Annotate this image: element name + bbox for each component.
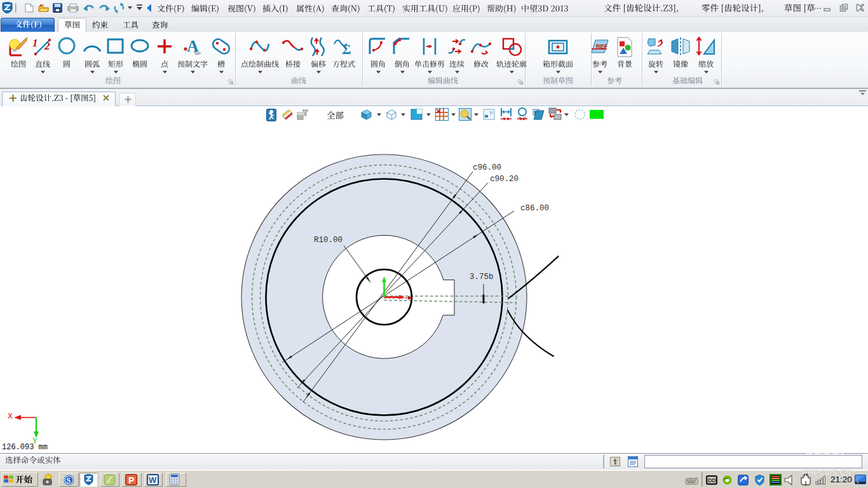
svg-text:DD: DD [708, 477, 715, 484]
svg-text:1: 1 [32, 37, 38, 49]
svg-text:Σ: Σ [342, 41, 351, 57]
svg-text:S: S [67, 476, 71, 485]
svg-text:P: P [128, 475, 134, 485]
svg-text:W: W [149, 475, 157, 485]
